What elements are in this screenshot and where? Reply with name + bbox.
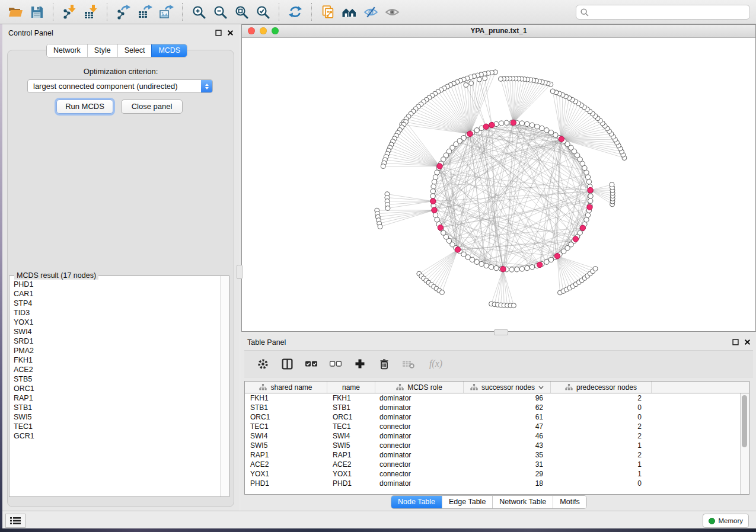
ring-node[interactable] — [435, 170, 439, 175]
export-network-icon[interactable] — [113, 2, 134, 22]
ring-node[interactable] — [489, 265, 493, 270]
delete-column-icon[interactable] — [377, 356, 391, 371]
table-row[interactable]: SWI5SWI5connector431 — [245, 441, 741, 450]
tab-node-table[interactable]: Node Table — [391, 496, 442, 508]
leaf-node[interactable] — [511, 303, 516, 308]
ring-node[interactable] — [586, 180, 591, 184]
hub-node[interactable] — [537, 262, 543, 267]
open-folder-icon[interactable] — [5, 2, 26, 22]
leaf-node[interactable] — [610, 182, 614, 187]
tab-edge-table[interactable]: Edge Table — [442, 496, 492, 508]
float-panel-icon[interactable] — [215, 30, 222, 36]
import-table-icon[interactable] — [80, 2, 101, 22]
ring-node[interactable] — [535, 124, 540, 129]
vertical-splitter-grip[interactable] — [237, 265, 243, 279]
ring-node[interactable] — [504, 120, 509, 125]
column-header-predecessor-nodes[interactable]: predecessor nodes — [551, 382, 652, 393]
mcds-result-item[interactable]: STB5 — [14, 374, 221, 384]
leaf-node[interactable] — [381, 164, 385, 169]
ring-node[interactable] — [588, 198, 593, 203]
close-panel-icon[interactable] — [227, 30, 234, 36]
ring-node[interactable] — [514, 267, 519, 272]
add-column-icon[interactable] — [353, 356, 367, 371]
ring-node[interactable] — [431, 184, 436, 189]
search-field[interactable] — [576, 5, 750, 20]
mcds-result-item[interactable]: ACE2 — [14, 365, 221, 374]
network-window-titlebar[interactable]: YPA_prune.txt_1 — [242, 25, 755, 38]
run-mcds-button[interactable]: Run MCDS — [56, 100, 113, 114]
ring-node[interactable] — [588, 194, 593, 198]
table-row[interactable]: PHD1PHD1dominator180 — [245, 479, 741, 488]
leaf-node[interactable] — [593, 267, 598, 271]
ring-node[interactable] — [544, 128, 549, 133]
ring-node[interactable] — [499, 121, 503, 126]
hide-eye-icon[interactable] — [360, 2, 381, 22]
column-header-shared-name[interactable]: shared name — [245, 382, 327, 393]
search-input[interactable] — [592, 7, 749, 17]
leaf-node[interactable] — [385, 206, 390, 210]
mcds-result-item[interactable]: SRD1 — [14, 336, 221, 346]
deselect-all-checks-icon[interactable] — [328, 356, 343, 371]
ring-node[interactable] — [470, 257, 474, 262]
maximize-window-icon[interactable] — [272, 27, 279, 34]
houses-icon[interactable] — [339, 2, 360, 22]
tab-mcds[interactable]: MCDS — [151, 44, 187, 57]
zoom-selected-icon[interactable] — [252, 2, 273, 22]
leaf-node[interactable] — [464, 82, 468, 87]
refresh-layout-icon[interactable] — [285, 2, 306, 22]
mcds-list-scrollbar[interactable] — [220, 276, 229, 496]
function-builder-icon[interactable]: f(x) — [426, 356, 446, 371]
mcds-result-item[interactable]: PHD1 — [14, 280, 221, 289]
ring-node[interactable] — [474, 259, 479, 264]
zoom-in-icon[interactable] — [188, 2, 209, 22]
table-row[interactable]: ACE2ACE2connector311 — [245, 460, 741, 469]
tab-motifs[interactable]: Motifs — [553, 496, 586, 508]
ring-node[interactable] — [525, 121, 529, 126]
table-row[interactable]: SWI4SWI4dominator462 — [245, 431, 741, 441]
ring-node[interactable] — [585, 175, 590, 180]
columns-icon[interactable] — [280, 356, 294, 371]
mcds-result-item[interactable]: GCR1 — [14, 431, 221, 441]
column-header-mcds-role[interactable]: MCDS role — [375, 382, 464, 393]
hub-node[interactable] — [438, 225, 443, 230]
close-panel-button[interactable]: Close panel — [121, 100, 183, 114]
hub-node[interactable] — [511, 120, 516, 125]
table-row[interactable]: STB1STB1dominator620 — [245, 403, 741, 412]
hub-node[interactable] — [437, 164, 442, 169]
leaf-node[interactable] — [477, 77, 481, 82]
ring-node[interactable] — [474, 128, 479, 133]
mcds-result-item[interactable]: SWI5 — [14, 412, 221, 422]
ring-node[interactable] — [548, 130, 553, 134]
ring-node[interactable] — [584, 217, 589, 222]
ring-node[interactable] — [494, 265, 499, 270]
memory-button[interactable]: Memory — [703, 514, 749, 528]
table-row[interactable]: YOX1YOX1connector291 — [245, 469, 741, 479]
leaf-node[interactable] — [498, 76, 503, 81]
delete-table-icon[interactable] — [401, 356, 416, 371]
mcds-result-item[interactable]: RAP1 — [14, 393, 221, 403]
mcds-result-item[interactable]: STP4 — [14, 299, 221, 308]
export-image-icon[interactable] — [155, 2, 177, 22]
hub-node[interactable] — [554, 254, 560, 259]
ring-node[interactable] — [433, 175, 438, 180]
tab-network[interactable]: Network — [47, 44, 87, 57]
table-row[interactable]: TEC1TEC1connector472 — [245, 422, 741, 431]
leaf-node[interactable] — [550, 89, 555, 94]
network-canvas[interactable] — [242, 38, 755, 332]
sort-chevron-icon[interactable] — [538, 386, 544, 389]
hub-node[interactable] — [588, 187, 593, 193]
show-eye-icon[interactable] — [381, 2, 403, 22]
ring-node[interactable] — [585, 213, 590, 217]
tab-select[interactable]: Select — [117, 44, 152, 57]
hub-node[interactable] — [483, 124, 489, 129]
mcds-result-item[interactable]: TID3 — [14, 308, 221, 318]
hub-node[interactable] — [559, 136, 564, 142]
task-history-button[interactable] — [5, 514, 25, 528]
zoom-out-icon[interactable] — [209, 2, 231, 22]
mcds-result-item[interactable]: TEC1 — [14, 422, 221, 431]
mcds-result-list[interactable]: PHD1CAR1STP4TID3YOX1SWI4SRD1PMA2FKH1ACE2… — [9, 276, 221, 496]
import-network-icon[interactable] — [59, 2, 80, 22]
ring-node[interactable] — [484, 263, 489, 268]
ring-node[interactable] — [430, 194, 435, 198]
ring-node[interactable] — [544, 259, 549, 264]
